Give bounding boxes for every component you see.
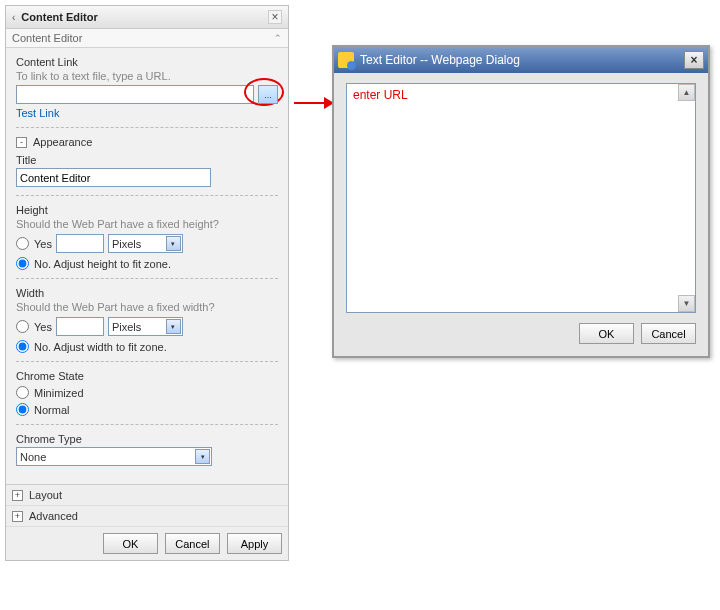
layout-section[interactable]: + Layout (6, 484, 288, 505)
width-unit-value: Pixels (112, 321, 166, 333)
width-label: Width (16, 287, 278, 299)
cancel-button[interactable]: Cancel (641, 323, 696, 344)
appearance-section-header[interactable]: - Appearance (16, 136, 278, 148)
textarea-content: enter URL (347, 84, 695, 106)
height-yes-radio[interactable] (16, 237, 29, 250)
panel-header: ‹ Content Editor × (6, 6, 288, 29)
height-label: Height (16, 204, 278, 216)
panel-button-row: OK Cancel Apply (6, 526, 288, 560)
collapse-icon[interactable]: ⌃ (274, 33, 282, 43)
dialog-title: Text Editor -- Webpage Dialog (360, 53, 684, 67)
chrome-type-label: Chrome Type (16, 433, 278, 445)
layout-label: Layout (29, 489, 62, 501)
chrome-minimized-radio[interactable] (16, 386, 29, 399)
height-value-input[interactable] (56, 234, 104, 253)
width-yes-row: Yes Pixels ▾ (16, 317, 278, 336)
width-yes-radio[interactable] (16, 320, 29, 333)
dialog-titlebar: Text Editor -- Webpage Dialog × (334, 47, 708, 73)
height-no-row: No. Adjust height to fit zone. (16, 257, 278, 270)
close-icon[interactable]: × (268, 10, 282, 24)
height-hint: Should the Web Part have a fixed height? (16, 218, 278, 230)
height-no-radio[interactable] (16, 257, 29, 270)
appearance-label: Appearance (33, 136, 92, 148)
ok-button[interactable]: OK (103, 533, 158, 554)
chrome-type-dropdown[interactable]: None ▾ (16, 447, 212, 466)
arrow-icon (294, 97, 334, 109)
minus-icon[interactable]: - (16, 137, 27, 148)
chrome-minimized-row: Minimized (16, 386, 278, 399)
text-editor-dialog: Text Editor -- Webpage Dialog × enter UR… (332, 45, 710, 358)
chrome-normal-radio[interactable] (16, 403, 29, 416)
panel-subheader[interactable]: Content Editor ⌃ (6, 29, 288, 48)
plus-icon[interactable]: + (12, 511, 23, 522)
dialog-body: enter URL ▲ ▼ OK Cancel (334, 73, 708, 356)
text-editor-textarea[interactable]: enter URL ▲ ▼ (346, 83, 696, 313)
test-link[interactable]: Test Link (16, 107, 59, 119)
content-link-input[interactable] (16, 85, 254, 104)
chrome-state-label: Chrome State (16, 370, 278, 382)
chevron-down-icon: ▾ (195, 449, 210, 464)
width-no-row: No. Adjust width to fit zone. (16, 340, 278, 353)
scroll-down-icon[interactable]: ▼ (678, 295, 695, 312)
browse-button[interactable]: ... (258, 85, 278, 104)
width-no-radio[interactable] (16, 340, 29, 353)
chevron-left-icon[interactable]: ‹ (12, 12, 15, 23)
chrome-normal-label: Normal (34, 404, 69, 416)
panel-title: Content Editor (21, 11, 268, 23)
close-icon[interactable]: × (684, 51, 704, 69)
apply-button[interactable]: Apply (227, 533, 282, 554)
title-input[interactable] (16, 168, 211, 187)
width-yes-label: Yes (34, 321, 52, 333)
chrome-type-value: None (20, 451, 195, 463)
chrome-minimized-label: Minimized (34, 387, 84, 399)
scroll-up-icon[interactable]: ▲ (678, 84, 695, 101)
advanced-section[interactable]: + Advanced (6, 505, 288, 526)
width-hint: Should the Web Part have a fixed width? (16, 301, 278, 313)
content-editor-panel: ‹ Content Editor × Content Editor ⌃ Cont… (5, 5, 289, 561)
height-unit-value: Pixels (112, 238, 166, 250)
height-no-label: No. Adjust height to fit zone. (34, 258, 171, 270)
advanced-label: Advanced (29, 510, 78, 522)
width-value-input[interactable] (56, 317, 104, 336)
content-link-hint: To link to a text file, type a URL. (16, 70, 278, 82)
width-no-label: No. Adjust width to fit zone. (34, 341, 167, 353)
width-unit-dropdown[interactable]: Pixels ▾ (108, 317, 183, 336)
height-yes-row: Yes Pixels ▾ (16, 234, 278, 253)
chevron-down-icon: ▾ (166, 236, 181, 251)
height-unit-dropdown[interactable]: Pixels ▾ (108, 234, 183, 253)
ok-button[interactable]: OK (579, 323, 634, 344)
content-link-row: ... (16, 85, 278, 104)
chevron-down-icon: ▾ (166, 319, 181, 334)
plus-icon[interactable]: + (12, 490, 23, 501)
panel-body: Content Link To link to a text file, typ… (6, 48, 288, 484)
ie-page-icon (338, 52, 354, 68)
content-link-label: Content Link (16, 56, 278, 68)
cancel-button[interactable]: Cancel (165, 533, 220, 554)
title-label: Title (16, 154, 278, 166)
height-yes-label: Yes (34, 238, 52, 250)
chrome-normal-row: Normal (16, 403, 278, 416)
dialog-button-row: OK Cancel (346, 323, 696, 344)
panel-subtitle: Content Editor (12, 32, 274, 44)
